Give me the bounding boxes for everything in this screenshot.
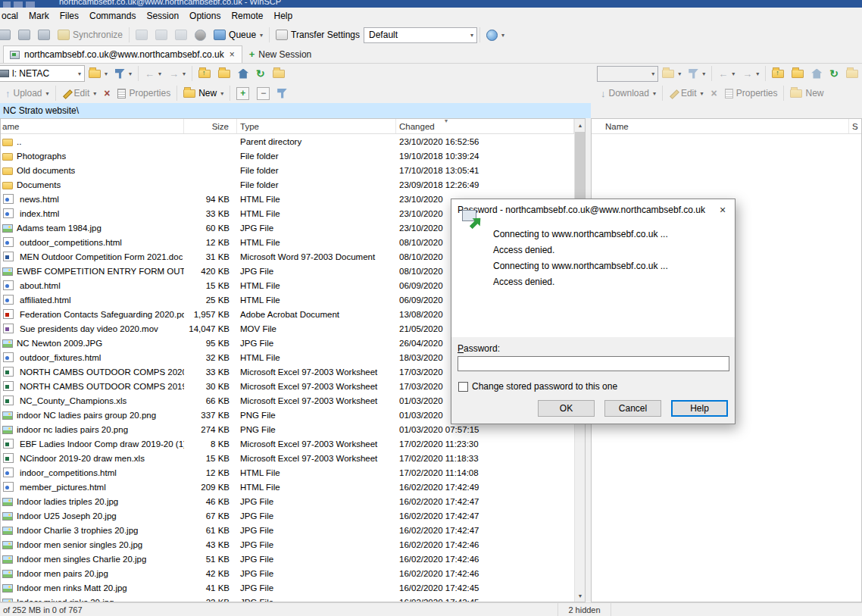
folder-icon — [89, 70, 101, 78]
open-folder-button[interactable]: ▾ — [85, 64, 111, 83]
dialog-close-icon[interactable]: × — [711, 199, 735, 220]
delete-button[interactable]: × — [707, 84, 721, 102]
toolbar-icon-button[interactable] — [34, 26, 54, 44]
scrollbar-up-icon[interactable]: ▲ — [575, 119, 586, 131]
transfer-settings-button[interactable]: Transfer Settings — [272, 26, 364, 44]
session-tab[interactable]: northcambsebf.co.uk@www.northcambsebf.co… — [3, 45, 242, 63]
queue-button[interactable]: Queue ▾ — [210, 26, 267, 44]
toolbar-icon-button[interactable] — [151, 26, 171, 44]
synchronize-button[interactable]: Synchronize — [54, 26, 126, 44]
img-file-icon — [2, 426, 13, 434]
column-header-changed[interactable]: ▾ Changed — [396, 119, 574, 133]
toolbar-icon-button[interactable] — [0, 26, 14, 44]
menu-item-options[interactable]: Options — [184, 8, 226, 23]
save-password-checkbox[interactable] — [458, 382, 468, 392]
find-files-button[interactable] — [842, 64, 862, 83]
properties-button[interactable]: Properties — [721, 84, 782, 102]
folder-icon — [218, 70, 230, 78]
session-color-button[interactable]: ▾ — [483, 26, 508, 44]
toolbar-icon — [155, 30, 167, 40]
file-row[interactable]: PhotographsFile folder19/10/2018 10:39:2… — [1, 149, 574, 163]
forward-button[interactable]: →▾ — [165, 64, 189, 83]
scrollbar-down-icon[interactable]: ▼ — [575, 589, 586, 602]
filter-files-button[interactable]: ▾ — [111, 64, 136, 83]
find-files-button[interactable] — [269, 64, 289, 83]
column-header-type[interactable]: Type — [237, 119, 396, 133]
cancel-button[interactable]: Cancel — [604, 400, 661, 417]
file-row[interactable]: NCindoor 2019-20 draw men.xls15 KBMicros… — [1, 451, 574, 465]
file-row[interactable]: Indoor men senior singles 20.jpg43 KBJPG… — [1, 537, 574, 552]
toolbar-icon-button[interactable] — [14, 26, 34, 44]
edit-label: Edit — [74, 88, 90, 98]
password-input[interactable] — [458, 356, 729, 371]
edit-button[interactable]: Edit ▾ — [58, 84, 101, 102]
file-row[interactable]: member_pictures.html209 KBHTML File16/02… — [1, 480, 574, 494]
select-files-button[interactable]: + — [233, 84, 253, 102]
html-file-icon — [3, 482, 14, 492]
open-folder-button[interactable]: ▾ — [658, 64, 685, 83]
tab-close-icon[interactable]: × — [229, 49, 236, 60]
refresh-button[interactable]: ↻ — [252, 64, 269, 83]
help-button[interactable]: Help — [671, 400, 728, 417]
properties-button[interactable]: Properties — [114, 84, 174, 102]
file-name-cell: EBF Ladies Indoor Comp draw 2019-20 (1).… — [1, 439, 184, 449]
window-icon — [3, 2, 50, 8]
root-directory-button[interactable] — [214, 64, 234, 83]
file-row[interactable]: EBF Ladies Indoor Comp draw 2019-20 (1).… — [1, 436, 574, 451]
parent-directory-button[interactable] — [768, 64, 788, 83]
remote-directory-select[interactable]: ▾ — [597, 66, 658, 82]
file-row[interactable]: Indoor U25 Joseph 20.jpg67 KBJPG File16/… — [1, 508, 574, 523]
file-row[interactable]: ..Parent directory23/10/2020 16:52:56 — [1, 134, 574, 149]
menu-item-commands[interactable]: Commands — [84, 8, 141, 23]
file-type: HTML File — [237, 483, 396, 492]
root-directory-button[interactable] — [788, 64, 807, 83]
drive-selector[interactable]: l: NETAC ▾ — [0, 65, 85, 82]
column-header-size[interactable]: Size — [184, 119, 237, 133]
folder-icon — [792, 70, 804, 78]
dialog-message: Connecting to www.northcambsebf.co.uk ..… — [493, 227, 735, 242]
new-button[interactable]: New ▾ — [180, 84, 227, 102]
menu-item-mark[interactable]: Mark — [23, 8, 55, 23]
refresh-button[interactable]: ↻ — [826, 64, 842, 83]
toolbar-icon-button[interactable] — [171, 26, 191, 44]
file-row[interactable]: DocumentsFile folder23/09/2018 12:26:49 — [1, 177, 574, 192]
menu-item-remote[interactable]: Remote — [226, 8, 268, 23]
column-header-name[interactable]: Name — [592, 119, 849, 133]
filter-files-button[interactable]: ▾ — [685, 64, 709, 83]
file-row[interactable]: Old documentsFile folder17/10/2018 13:05… — [1, 163, 574, 177]
file-row[interactable]: Indoor men rinks Matt 20.jpg41 KBJPG Fil… — [1, 580, 574, 595]
home-directory-button[interactable] — [234, 64, 252, 83]
file-row[interactable]: Indoor Charlie 3 trophies 20.jpg61 KBJPG… — [1, 523, 574, 537]
menu-item-help[interactable]: Help — [268, 8, 298, 23]
unselect-files-button[interactable]: − — [253, 84, 273, 102]
local-path-bar[interactable]: NC Strato website\ — [0, 103, 591, 118]
edit-button[interactable]: Edit ▾ — [665, 84, 707, 102]
new-session-tab[interactable]: + New Session — [242, 45, 319, 63]
menu-item-session[interactable]: Session — [141, 8, 184, 23]
selection-filter-button[interactable] — [273, 84, 291, 102]
file-row[interactable]: Indoor men singles Charlie 20.jpg51 KBJP… — [1, 552, 574, 566]
file-row[interactable]: Indoor mixed rinks 20.jpg22 KBJPG File16… — [1, 595, 574, 602]
download-button[interactable]: ↓ Download ▾ — [597, 84, 660, 102]
back-button[interactable]: ←▾ — [141, 64, 165, 83]
file-row[interactable]: Indoor ladies triples 20.jpg46 KBJPG Fil… — [1, 494, 574, 508]
delete-button[interactable]: × — [100, 84, 114, 102]
column-header-name[interactable]: ame — [1, 119, 184, 133]
menu-item-ocal[interactable]: ocal — [0, 8, 23, 23]
transfer-preset-select[interactable]: Default ▾ — [364, 27, 477, 43]
file-row[interactable]: Indoor men pairs 20.jpg42 KBJPG File16/0… — [1, 566, 574, 580]
preferences-button[interactable] — [191, 26, 210, 44]
upload-button[interactable]: ↑ Upload ▾ — [2, 84, 53, 102]
menu-item-files[interactable]: Files — [55, 8, 84, 23]
file-row[interactable]: indoor_competitions.html12 KBHTML File17… — [1, 465, 574, 480]
parent-directory-button[interactable] — [195, 64, 214, 83]
new-button[interactable]: New — [786, 84, 827, 102]
back-button[interactable]: ←▾ — [714, 64, 739, 83]
save-password-option[interactable]: Change stored password to this one — [458, 381, 617, 392]
toolbar-icon-button[interactable] — [132, 26, 151, 44]
ok-button[interactable]: OK — [538, 400, 595, 417]
forward-button[interactable]: →▾ — [739, 64, 763, 83]
file-changed: 16/02/2020 17:42:46 — [396, 555, 574, 564]
column-header-size[interactable]: S — [849, 119, 861, 133]
home-directory-button[interactable] — [807, 64, 826, 83]
